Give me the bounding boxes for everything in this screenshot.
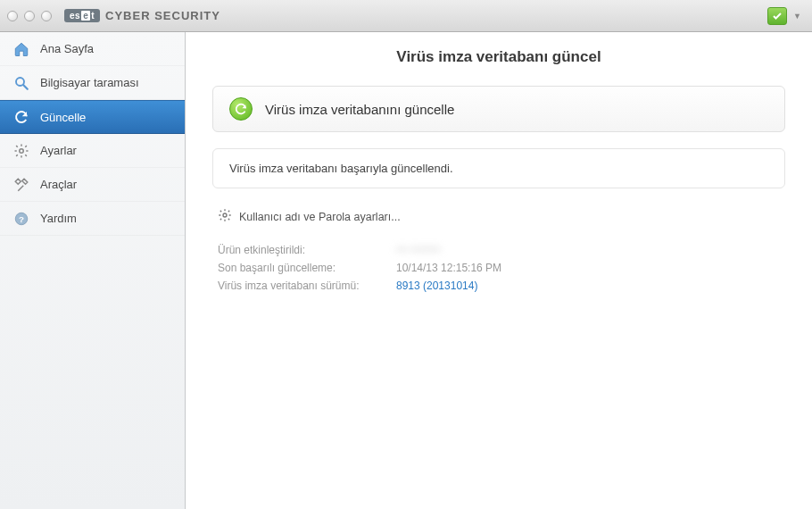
info-row-db-version: Virüs imza veritabanı sürümü: 8913 (2013… (212, 277, 785, 295)
sidebar-item-label: Araçlar (40, 178, 77, 191)
protection-status-icon[interactable] (767, 7, 787, 25)
info-row-last-update: Son başarılı güncelleme: 10/14/13 12:15:… (212, 259, 785, 277)
zoom-window-button[interactable] (41, 11, 52, 21)
tools-icon (12, 176, 30, 194)
svg-point-5 (223, 213, 227, 217)
info-label: Ürün etkinleştirildi: (218, 244, 396, 256)
sidebar-item-label: Ana Sayfa (40, 42, 94, 55)
sidebar-item-label: Yardım (40, 212, 77, 225)
info-label: Virüs imza veritabanı sürümü: (218, 280, 396, 292)
credentials-link-text: Kullanıcı adı ve Parola ayarları... (239, 211, 401, 223)
svg-text:?: ? (19, 213, 24, 223)
svg-point-2 (20, 148, 24, 153)
sidebar-item-settings[interactable]: Ayarlar (0, 134, 185, 168)
help-icon: ? (12, 210, 30, 228)
status-menu-dropdown[interactable]: ▼ (790, 8, 805, 24)
sidebar-item-update[interactable]: Güncelle (0, 100, 185, 134)
info-label: Son başarılı güncelleme: (218, 262, 396, 274)
sidebar-item-scan[interactable]: Bilgisayar taraması (0, 66, 185, 100)
credentials-settings-link[interactable]: Kullanıcı adı ve Parola ayarları... (212, 203, 785, 241)
status-message-text: Virüs imza veritabanı başarıyla güncelle… (229, 162, 453, 175)
info-value-last-update: 10/14/13 12:15:16 PM (396, 262, 501, 274)
window-controls (7, 11, 52, 21)
content-area: Virüs imza veritabanı güncel Virüs imza … (186, 32, 812, 509)
info-row-activated: Ürün etkinleştirildi: ••• •••••••• (212, 241, 785, 259)
content-header: Virüs imza veritabanı güncel (186, 32, 812, 86)
home-icon (12, 40, 30, 58)
refresh-circle-icon (229, 97, 253, 121)
refresh-icon (12, 108, 30, 126)
sidebar-item-label: Güncelle (40, 111, 86, 124)
close-window-button[interactable] (7, 11, 18, 21)
status-message-card: Virüs imza veritabanı başarıyla güncelle… (212, 148, 785, 188)
gear-icon (218, 208, 232, 225)
brand-logo: eset (64, 9, 100, 22)
sidebar-item-label: Ayarlar (40, 144, 77, 157)
sidebar-item-label: Bilgisayar taraması (40, 76, 139, 89)
info-value-db-version[interactable]: 8913 (20131014) (396, 280, 477, 292)
sidebar-item-help[interactable]: ? Yardım (0, 202, 185, 236)
titlebar: eset CYBER SECURITY ▼ (0, 0, 812, 32)
update-now-button[interactable]: Virüs imza veritabanını güncelle (212, 86, 785, 132)
app-title: CYBER SECURITY (105, 9, 220, 22)
sidebar-item-tools[interactable]: Araçlar (0, 168, 185, 202)
magnifier-icon (12, 74, 30, 92)
gear-icon (12, 142, 30, 160)
update-button-label: Virüs imza veritabanını güncelle (265, 102, 454, 117)
brand-area: eset CYBER SECURITY (64, 9, 220, 22)
minimize-window-button[interactable] (24, 11, 35, 21)
info-value-activated: ••• •••••••• (396, 244, 441, 256)
page-title: Virüs imza veritabanı güncel (186, 48, 812, 66)
sidebar: Ana Sayfa Bilgisayar taraması Güncelle A… (0, 32, 186, 509)
svg-line-1 (23, 85, 28, 89)
sidebar-item-home[interactable]: Ana Sayfa (0, 32, 185, 66)
